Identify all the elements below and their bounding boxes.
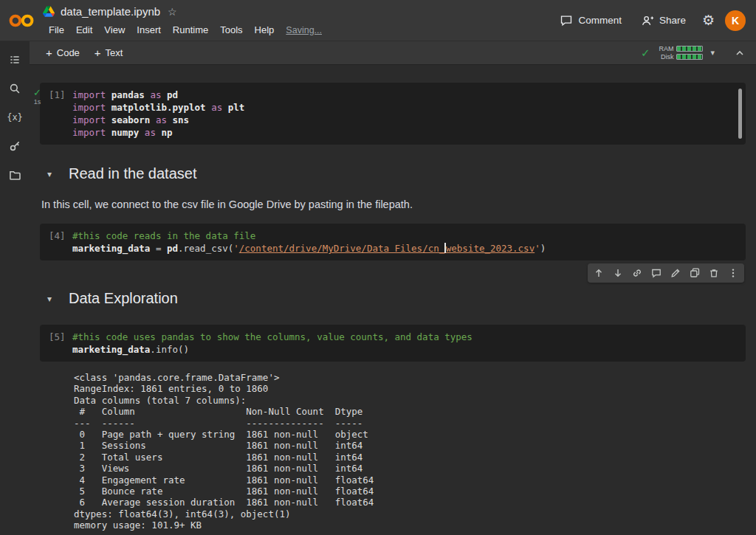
mirror-cell-icon: [689, 267, 701, 279]
code-editor[interactable]: #this code reads in the data filemarketi…: [72, 229, 737, 255]
header-center: data_template.ipynb ☆ File Edit View Ins…: [43, 0, 554, 41]
edit-cell-button[interactable]: [667, 266, 684, 280]
comment-icon: [560, 14, 573, 27]
menu-insert[interactable]: Insert: [131, 22, 167, 38]
code-cell-info[interactable]: [5] #this code uses pandas to show the c…: [40, 325, 746, 362]
trash-icon: [708, 267, 720, 279]
code-cell-read-csv[interactable]: [4] #this code reads in the data filemar…: [40, 224, 746, 260]
more-vert-icon: [727, 267, 739, 279]
variables-glyph: {x}: [7, 112, 23, 122]
add-code-label: Code: [57, 47, 80, 58]
comment-icon: [650, 267, 662, 279]
move-cell-down-button[interactable]: [610, 266, 626, 280]
section-title: Data Exploration: [69, 290, 178, 307]
google-drive-icon: [43, 6, 55, 17]
share-button[interactable]: Share: [635, 10, 692, 32]
markdown-text: In this cell, we connect to the csv file…: [40, 199, 746, 210]
colab-logo[interactable]: [0, 0, 43, 41]
variables-icon[interactable]: {x}: [8, 111, 21, 124]
execution-time: 1s: [34, 98, 41, 106]
resources-dropdown-arrow-icon[interactable]: ▾: [710, 48, 715, 58]
section-collapse-chevron-icon[interactable]: ▾: [47, 169, 56, 179]
add-code-button[interactable]: + Code: [38, 43, 87, 63]
delete-cell-button[interactable]: [706, 266, 722, 280]
search-icon[interactable]: [8, 82, 21, 95]
header-actions: Comment Share ⚙ K: [554, 0, 756, 41]
ram-usage-bar: [676, 46, 703, 52]
files-folder-icon[interactable]: [8, 168, 21, 182]
output-text: <class 'pandas.core.frame.DataFrame'> Ra…: [74, 372, 746, 531]
title-row: data_template.ipynb ☆: [43, 1, 554, 21]
menu-bar: File Edit View Insert Runtime Tools Help…: [43, 21, 554, 40]
connected-check-icon: ✓: [641, 46, 650, 60]
menu-help[interactable]: Help: [249, 22, 281, 38]
execution-count: [1]: [49, 89, 72, 139]
menu-tools[interactable]: Tools: [214, 22, 248, 38]
user-avatar[interactable]: K: [725, 10, 746, 31]
disk-row: Disk: [657, 54, 703, 61]
notebook-area[interactable]: ✓ 1s [1] import pandas as pdimport matpl…: [30, 65, 756, 535]
menu-edit[interactable]: Edit: [70, 22, 98, 38]
pencil-icon: [670, 267, 681, 279]
section-header-read[interactable]: ▾ Read in the dataset: [40, 161, 746, 187]
notebook-toolbar: + Code + Text ✓ RAM Disk: [30, 41, 756, 65]
table-of-contents-icon[interactable]: [8, 53, 21, 66]
notebook-filename[interactable]: data_template.ipynb: [61, 5, 160, 18]
section-header-explore[interactable]: ▾ Data Exploration: [40, 286, 746, 311]
mirror-cell-in-tab-button[interactable]: [687, 266, 703, 280]
main-column: + Code + Text ✓ RAM Disk: [30, 41, 756, 535]
arrow-down-icon: [612, 267, 624, 279]
ram-label: RAM: [657, 46, 673, 52]
saving-status: Saving...: [286, 25, 322, 35]
cell-toolbar-row: [40, 263, 744, 283]
move-cell-up-button[interactable]: [591, 266, 607, 280]
add-text-button[interactable]: + Text: [87, 43, 131, 63]
menu-file[interactable]: File: [43, 22, 70, 38]
copy-link-to-cell-button[interactable]: [629, 266, 645, 280]
share-label: Share: [659, 15, 686, 26]
code-editor[interactable]: #this code uses pandas to show the colum…: [72, 331, 737, 356]
resource-monitor[interactable]: RAM Disk: [657, 46, 703, 61]
settings-gear-icon[interactable]: ⚙: [699, 12, 718, 29]
code-editor[interactable]: import pandas as pdimport matplotlib.pyp…: [72, 89, 737, 139]
comment-button[interactable]: Comment: [554, 10, 628, 32]
app-header: data_template.ipynb ☆ File Edit View Ins…: [0, 0, 756, 41]
code-cell-imports[interactable]: ✓ 1s [1] import pandas as pdimport matpl…: [40, 83, 746, 145]
section-collapse-chevron-icon[interactable]: ▾: [47, 294, 56, 304]
link-icon: [631, 267, 643, 279]
cell-output: <class 'pandas.core.frame.DataFrame'> Ra…: [40, 372, 746, 535]
disk-usage-bar: [676, 54, 703, 60]
colab-app: data_template.ipynb ☆ File Edit View Ins…: [0, 0, 756, 535]
collapse-toolbar-button[interactable]: [732, 46, 747, 61]
plus-icon: +: [46, 46, 52, 59]
execution-success-icon: ✓: [33, 88, 41, 97]
disk-label: Disk: [657, 54, 673, 61]
share-person-add-icon: [641, 14, 654, 27]
execution-count: [4]: [49, 229, 72, 255]
cell-scrollbar[interactable]: [738, 89, 742, 139]
menu-runtime[interactable]: Runtime: [167, 22, 214, 38]
cell-execution-status: ✓ 1s: [33, 88, 41, 106]
execution-count: [5]: [49, 331, 72, 356]
colab-infinity-icon: [8, 13, 35, 28]
section-title: Read in the dataset: [69, 165, 196, 182]
comment-label: Comment: [578, 15, 622, 26]
plus-icon: +: [94, 46, 101, 59]
star-icon[interactable]: ☆: [168, 6, 177, 18]
menu-view[interactable]: View: [98, 22, 131, 38]
add-text-label: Text: [106, 47, 123, 58]
runtime-status-area: ✓ RAM Disk ▾: [641, 46, 747, 61]
ram-row: RAM: [657, 46, 703, 52]
secrets-key-icon[interactable]: [8, 139, 21, 153]
cell-toolbar: [588, 263, 744, 283]
body-row: {x} + Code + Text ✓: [0, 41, 756, 535]
more-cell-actions-button[interactable]: [725, 266, 741, 280]
left-sidebar: {x}: [0, 41, 30, 535]
chevron-up-icon: [734, 47, 746, 59]
add-comment-button[interactable]: [648, 266, 664, 280]
arrow-up-icon: [593, 267, 605, 279]
